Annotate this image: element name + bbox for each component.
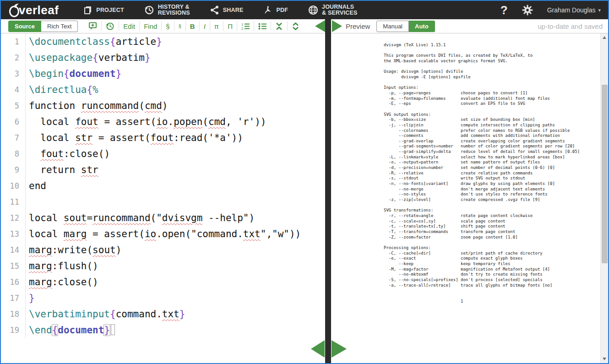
overleaf-window: { "topnav": { "logo": "verleaf", "projec… bbox=[0, 0, 609, 364]
expand-preview-pane-button[interactable] bbox=[332, 20, 342, 32]
inline-math-button[interactable]: π bbox=[210, 21, 223, 31]
line-number: 17 bbox=[1, 290, 26, 306]
line-number: 5 bbox=[1, 98, 26, 114]
line-number: 9 bbox=[1, 162, 26, 178]
code-line[interactable]: 1\documentclass{article} bbox=[1, 34, 325, 50]
line-number: 6 bbox=[1, 114, 26, 130]
preview-scrollbar[interactable] bbox=[600, 33, 608, 363]
add-comment-button[interactable] bbox=[84, 21, 101, 31]
edit-button[interactable]: Edit bbox=[119, 21, 139, 31]
user-name: Graham Douglas bbox=[547, 6, 596, 14]
main-split: Source Rich Text bbox=[1, 19, 608, 363]
numbered-list-icon: 1 2 bbox=[241, 22, 250, 30]
code-line[interactable]: 18\verbatiminput{command.txt} bbox=[1, 306, 325, 322]
scroll-up-arrow[interactable] bbox=[603, 36, 606, 39]
section-button[interactable]: § bbox=[161, 21, 174, 31]
nav-pdf-label: PDF bbox=[276, 7, 288, 13]
line-number: 4 bbox=[1, 82, 26, 98]
save-status: up-to-date and saved bbox=[538, 22, 603, 30]
code-line[interactable]: 17} bbox=[1, 290, 325, 306]
nav-project[interactable]: PROJECT bbox=[83, 5, 124, 15]
auto-compile-button[interactable]: Auto bbox=[409, 21, 435, 32]
display-math-button[interactable]: Π bbox=[223, 21, 237, 31]
line-number: 2 bbox=[1, 50, 26, 66]
code-line[interactable]: 16marg:close() bbox=[1, 274, 325, 290]
collapse-editor-pane-bottom-button[interactable] bbox=[311, 340, 325, 358]
pane-divider-handle[interactable] bbox=[325, 19, 331, 363]
code-editor[interactable]: 1\documentclass{article}2\usepackage{ver… bbox=[1, 33, 325, 363]
code-line[interactable]: 9 return str bbox=[1, 162, 325, 178]
unfold-icon bbox=[292, 22, 299, 30]
code-line[interactable]: 3\begin{document} bbox=[1, 66, 325, 82]
code-line[interactable]: 6 local fout = assert(io.popen(cmd, 'r')… bbox=[1, 114, 325, 130]
code-line[interactable]: 10end bbox=[1, 178, 325, 194]
line-number: 1 bbox=[1, 34, 26, 50]
overleaf-logo-text: verleaf bbox=[19, 1, 59, 19]
italic-button[interactable]: I bbox=[199, 21, 210, 31]
line-number: 11 bbox=[1, 194, 26, 210]
preview-label: Preview bbox=[346, 22, 370, 30]
svg-text:2: 2 bbox=[241, 27, 244, 30]
line-number: 18 bbox=[1, 306, 26, 322]
nav-right-cluster: ? Graham Douglas ▾ bbox=[500, 3, 601, 17]
nav-history-label: HISTORY & REVISIONS bbox=[158, 4, 190, 16]
code-line[interactable]: 4\directlua{% bbox=[1, 82, 325, 98]
unfold-button[interactable] bbox=[287, 21, 304, 31]
code-line[interactable]: 8 fout:close() bbox=[1, 146, 325, 162]
preview-toolbar: Preview Manual Auto up-to-date and saved bbox=[331, 19, 608, 33]
nav-pdf[interactable]: PDF bbox=[263, 5, 288, 15]
line-number: 14 bbox=[1, 242, 26, 258]
bold-button[interactable]: B bbox=[185, 21, 199, 31]
source-mode-button[interactable]: Source bbox=[8, 21, 41, 32]
fold-icon bbox=[275, 22, 283, 30]
code-line[interactable]: 14marg:write(sout) bbox=[1, 242, 325, 258]
code-line[interactable]: 7 local str = assert(fout:read('*a')) bbox=[1, 130, 325, 146]
scroll-down-arrow[interactable] bbox=[603, 358, 606, 360]
scrollbar-thumb[interactable] bbox=[602, 85, 608, 263]
line-number: 16 bbox=[1, 274, 26, 290]
line-number: 10 bbox=[1, 178, 26, 194]
share-icon bbox=[210, 5, 219, 15]
find-button[interactable]: Find bbox=[139, 21, 161, 31]
help-button[interactable]: ? bbox=[500, 3, 508, 17]
editor-pane: Source Rich Text bbox=[1, 19, 325, 363]
pdf-icon bbox=[263, 5, 272, 15]
bullet-list-button[interactable] bbox=[254, 21, 271, 31]
collapse-editor-pane-button[interactable] bbox=[315, 20, 325, 32]
subsection-button[interactable]: § bbox=[174, 21, 185, 31]
line-number: 19 bbox=[1, 322, 26, 338]
compile-mode-toggle: Manual Auto bbox=[376, 21, 435, 32]
nav-history-revisions[interactable]: HISTORY & REVISIONS bbox=[144, 4, 190, 16]
line-number: 8 bbox=[1, 146, 26, 162]
comment-plus-icon bbox=[88, 22, 97, 30]
user-menu[interactable]: Graham Douglas ▾ bbox=[547, 6, 601, 14]
history-button[interactable] bbox=[101, 21, 119, 31]
nav-share-label: SHARE bbox=[223, 7, 244, 13]
code-line[interactable]: 15marg:flush() bbox=[1, 258, 325, 274]
history-clock-icon bbox=[144, 5, 154, 15]
numbered-list-button[interactable]: 1 2 bbox=[237, 21, 254, 31]
fold-button[interactable] bbox=[271, 21, 287, 31]
nav-share[interactable]: SHARE bbox=[210, 5, 244, 15]
line-number: 3 bbox=[1, 66, 26, 82]
code-line[interactable]: 13local marg = assert(io.open("command.t… bbox=[1, 226, 325, 242]
chevron-down-icon: ▾ bbox=[598, 7, 601, 13]
code-line[interactable]: 19\end{document} bbox=[1, 322, 325, 338]
nav-journals-services[interactable]: JOURNALS & SERVICES bbox=[308, 4, 358, 16]
svg-text:1: 1 bbox=[241, 22, 244, 27]
rich-text-mode-button[interactable]: Rich Text bbox=[41, 21, 78, 32]
pdf-page-text: dvisvgm (TeX Live) 1.15.1 This program c… bbox=[384, 43, 580, 304]
overleaf-leaf-icon bbox=[8, 3, 19, 17]
code-line[interactable]: 11 bbox=[1, 194, 325, 210]
history-circle-icon bbox=[106, 22, 114, 31]
expand-preview-pane-bottom-button[interactable] bbox=[332, 340, 347, 358]
mode-toggle: Source Rich Text bbox=[8, 21, 78, 32]
gear-icon[interactable] bbox=[522, 4, 533, 16]
code-line[interactable]: 2\usepackage{verbatim} bbox=[1, 50, 325, 66]
overleaf-logo[interactable]: verleaf bbox=[8, 1, 59, 19]
nav-journals-label: JOURNALS & SERVICES bbox=[322, 4, 358, 16]
manual-compile-button[interactable]: Manual bbox=[376, 21, 409, 32]
nav-project-label: PROJECT bbox=[96, 7, 124, 13]
code-line[interactable]: 12local sout=runcommand("dvisvgm --help"… bbox=[1, 210, 325, 226]
code-line[interactable]: 5function runcommand(cmd) bbox=[1, 98, 325, 114]
